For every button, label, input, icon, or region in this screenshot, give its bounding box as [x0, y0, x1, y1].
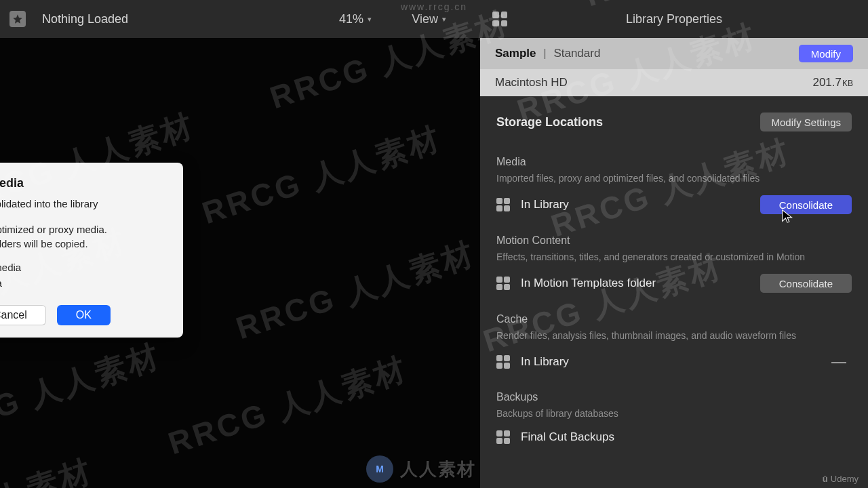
media-desc: Imported files, proxy and optimized file… — [496, 172, 852, 184]
modify-button[interactable]: Modify — [799, 45, 853, 62]
view-label: View — [412, 12, 438, 26]
storage-header: Storage Locations — [496, 115, 603, 129]
viewer-pane: Nothing Loaded 41% ▾ View ▾ ry Media con… — [0, 0, 480, 488]
ok-button[interactable]: OK — [57, 305, 111, 325]
favorite-icon[interactable] — [9, 11, 26, 27]
consolidate-dialog: ry Media consolidated into the library b… — [0, 163, 183, 338]
library-icon — [496, 430, 510, 444]
backups-desc: Backups of library databases — [496, 407, 852, 420]
dialog-title: ry Media — [0, 176, 168, 190]
zoom-value: 41% — [339, 12, 363, 26]
motion-title: Motion Content — [496, 235, 852, 247]
disk-name: Macintosh HD — [495, 76, 568, 89]
media-title: Media — [496, 156, 852, 168]
motion-location: In Motion Templates folder — [496, 277, 656, 290]
library-name: Sample — [495, 47, 536, 60]
zoom-dropdown[interactable]: 41% ▾ — [339, 12, 372, 26]
consolidate-motion-button[interactable]: Consolidate — [760, 274, 852, 293]
inspector-title: Library Properties — [626, 12, 722, 26]
consolidate-media-button[interactable]: Consolidate — [760, 195, 852, 214]
disk-size-unit: KB — [842, 79, 853, 88]
cache-dash: — — [831, 353, 852, 371]
cache-desc: Render files, analysis files, thumbnail … — [496, 329, 852, 342]
motion-desc: Effects, transitions, titles, and genera… — [496, 251, 852, 263]
library-name-row: Sample | Standard Modify — [480, 38, 868, 69]
inspector-pane: Library Properties Sample | Standard Mod… — [480, 0, 868, 488]
library-standard: Standard — [553, 47, 600, 60]
storage-section: Storage Locations Modify Settings — [480, 96, 868, 148]
backups-group: Backups Backups of library databases Fin… — [480, 383, 868, 456]
view-dropdown[interactable]: View ▾ — [412, 12, 446, 26]
backups-location: Final Cut Backups — [496, 430, 614, 444]
chevron-down-icon: ▾ — [442, 15, 446, 24]
dialog-description: ble optimized or proxy media. nal folder… — [0, 223, 168, 251]
inspector-toolbar: Library Properties — [480, 0, 868, 38]
motion-location-text: In Motion Templates folder — [521, 277, 656, 290]
viewer-toolbar: Nothing Loaded 41% ▾ View ▾ — [0, 0, 480, 38]
backups-location-text: Final Cut Backups — [521, 430, 614, 444]
dialog-buttons: Cancel OK — [0, 305, 168, 325]
backups-title: Backups — [496, 391, 852, 403]
library-icon — [496, 355, 510, 369]
cache-location-text: In Library — [521, 355, 569, 369]
cancel-button[interactable]: Cancel — [0, 305, 46, 325]
checkbox-proxy[interactable]: media — [0, 277, 168, 289]
viewer-title: Nothing Loaded — [42, 12, 128, 26]
dialog-subtitle: consolidated into the library — [0, 197, 168, 211]
cache-location: In Library — [496, 355, 569, 369]
media-location-text: In Library — [521, 198, 569, 211]
modify-settings-button[interactable]: Modify Settings — [760, 113, 852, 131]
disk-size-value: 201.7 — [812, 76, 842, 89]
motion-group: Motion Content Effects, transitions, tit… — [480, 226, 868, 305]
media-location: In Library — [496, 198, 569, 211]
library-summary: Sample | Standard Modify Macintosh HD 20… — [480, 38, 868, 96]
checkbox-optimized[interactable]: zed media — [0, 262, 168, 273]
library-disk-row: Macintosh HD 201.7KB — [480, 69, 868, 96]
media-group: Media Imported files, proxy and optimize… — [480, 148, 868, 226]
chevron-down-icon: ▾ — [368, 15, 372, 24]
grid-icon[interactable] — [492, 12, 507, 26]
cache-title: Cache — [496, 313, 852, 325]
cache-group: Cache Render files, analysis files, thum… — [480, 305, 868, 382]
app-root: Nothing Loaded 41% ▾ View ▾ ry Media con… — [0, 0, 868, 488]
library-icon — [496, 198, 510, 211]
library-icon — [496, 277, 510, 290]
